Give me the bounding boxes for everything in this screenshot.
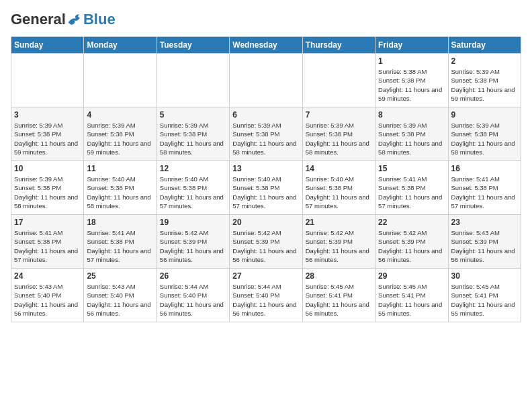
calendar-cell: 11Sunrise: 5:40 AM Sunset: 5:38 PM Dayli… (84, 161, 157, 215)
calendar-cell (11, 54, 84, 107)
weekday-header: Tuesday (157, 37, 229, 54)
calendar-cell (157, 54, 229, 107)
calendar-cell: 12Sunrise: 5:40 AM Sunset: 5:38 PM Dayli… (157, 161, 229, 215)
day-number: 21 (306, 218, 372, 227)
day-number: 22 (378, 218, 445, 227)
weekday-header: Saturday (448, 37, 521, 54)
logo-bird-icon (67, 13, 83, 26)
day-number: 3 (14, 110, 81, 120)
day-number: 12 (160, 164, 226, 173)
calendar-cell: 13Sunrise: 5:40 AM Sunset: 5:38 PM Dayli… (230, 161, 302, 215)
day-number: 18 (87, 218, 153, 227)
day-info: Sunrise: 5:40 AM Sunset: 5:38 PM Dayligh… (306, 175, 372, 210)
day-info: Sunrise: 5:40 AM Sunset: 5:38 PM Dayligh… (232, 175, 299, 210)
day-number: 13 (232, 164, 299, 173)
calendar-cell: 20Sunrise: 5:42 AM Sunset: 5:39 PM Dayli… (230, 215, 302, 269)
day-info: Sunrise: 5:40 AM Sunset: 5:38 PM Dayligh… (87, 175, 153, 210)
day-number: 8 (378, 110, 445, 120)
day-number: 6 (232, 110, 299, 120)
day-number: 4 (87, 110, 153, 120)
day-number: 7 (306, 110, 372, 120)
calendar-cell: 17Sunrise: 5:41 AM Sunset: 5:38 PM Dayli… (11, 215, 84, 269)
day-number: 26 (160, 271, 226, 281)
day-number: 19 (160, 218, 226, 227)
calendar-cell: 1Sunrise: 5:38 AM Sunset: 5:38 PM Daylig… (375, 54, 448, 107)
day-info: Sunrise: 5:38 AM Sunset: 5:38 PM Dayligh… (378, 67, 445, 103)
day-info: Sunrise: 5:39 AM Sunset: 5:38 PM Dayligh… (378, 121, 445, 156)
day-number: 15 (378, 164, 445, 173)
calendar-cell: 4Sunrise: 5:39 AM Sunset: 5:38 PM Daylig… (84, 107, 157, 161)
day-info: Sunrise: 5:44 AM Sunset: 5:40 PM Dayligh… (160, 282, 226, 318)
day-info: Sunrise: 5:42 AM Sunset: 5:39 PM Dayligh… (160, 228, 226, 264)
day-number: 1 (378, 56, 445, 66)
day-info: Sunrise: 5:42 AM Sunset: 5:39 PM Dayligh… (378, 228, 445, 264)
calendar-cell: 9Sunrise: 5:39 AM Sunset: 5:38 PM Daylig… (448, 107, 521, 161)
day-number: 30 (451, 271, 518, 281)
calendar-cell (84, 54, 157, 107)
day-number: 25 (87, 271, 153, 281)
day-info: Sunrise: 5:42 AM Sunset: 5:39 PM Dayligh… (306, 228, 372, 264)
calendar-cell: 26Sunrise: 5:44 AM Sunset: 5:40 PM Dayli… (157, 269, 229, 322)
calendar-cell: 25Sunrise: 5:43 AM Sunset: 5:40 PM Dayli… (84, 269, 157, 322)
day-info: Sunrise: 5:41 AM Sunset: 5:38 PM Dayligh… (14, 228, 81, 264)
calendar-cell: 8Sunrise: 5:39 AM Sunset: 5:38 PM Daylig… (375, 107, 448, 161)
day-info: Sunrise: 5:40 AM Sunset: 5:38 PM Dayligh… (160, 175, 226, 210)
calendar-cell: 2Sunrise: 5:39 AM Sunset: 5:38 PM Daylig… (448, 54, 521, 107)
day-number: 10 (14, 164, 81, 173)
day-info: Sunrise: 5:42 AM Sunset: 5:39 PM Dayligh… (232, 228, 299, 264)
day-number: 5 (160, 110, 226, 120)
calendar-cell (230, 54, 302, 107)
day-number: 28 (306, 271, 372, 281)
calendar-cell: 30Sunrise: 5:45 AM Sunset: 5:41 PM Dayli… (448, 269, 521, 322)
day-number: 17 (14, 218, 81, 227)
day-info: Sunrise: 5:43 AM Sunset: 5:40 PM Dayligh… (87, 282, 153, 318)
calendar-cell: 14Sunrise: 5:40 AM Sunset: 5:38 PM Dayli… (302, 161, 375, 215)
day-info: Sunrise: 5:45 AM Sunset: 5:41 PM Dayligh… (378, 282, 445, 318)
calendar-cell: 24Sunrise: 5:43 AM Sunset: 5:40 PM Dayli… (11, 269, 84, 322)
calendar-cell: 21Sunrise: 5:42 AM Sunset: 5:39 PM Dayli… (302, 215, 375, 269)
day-number: 23 (451, 218, 518, 227)
day-info: Sunrise: 5:39 AM Sunset: 5:38 PM Dayligh… (14, 175, 81, 210)
day-info: Sunrise: 5:43 AM Sunset: 5:40 PM Dayligh… (14, 282, 81, 318)
day-info: Sunrise: 5:39 AM Sunset: 5:38 PM Dayligh… (87, 121, 153, 156)
day-info: Sunrise: 5:45 AM Sunset: 5:41 PM Dayligh… (306, 282, 372, 318)
calendar-cell: 23Sunrise: 5:43 AM Sunset: 5:39 PM Dayli… (448, 215, 521, 269)
day-number: 14 (306, 164, 372, 173)
day-info: Sunrise: 5:45 AM Sunset: 5:41 PM Dayligh… (451, 282, 518, 318)
day-number: 16 (451, 164, 518, 173)
day-number: 27 (232, 271, 299, 281)
calendar-cell: 27Sunrise: 5:44 AM Sunset: 5:40 PM Dayli… (230, 269, 302, 322)
day-info: Sunrise: 5:44 AM Sunset: 5:40 PM Dayligh… (232, 282, 299, 318)
weekday-header: Monday (84, 37, 157, 54)
calendar-cell: 18Sunrise: 5:41 AM Sunset: 5:38 PM Dayli… (84, 215, 157, 269)
day-number: 9 (451, 110, 518, 120)
weekday-header: Thursday (302, 37, 375, 54)
day-info: Sunrise: 5:39 AM Sunset: 5:38 PM Dayligh… (306, 121, 372, 156)
day-info: Sunrise: 5:43 AM Sunset: 5:39 PM Dayligh… (451, 228, 518, 264)
day-info: Sunrise: 5:39 AM Sunset: 5:38 PM Dayligh… (232, 121, 299, 156)
calendar-cell: 5Sunrise: 5:39 AM Sunset: 5:38 PM Daylig… (157, 107, 229, 161)
calendar-cell: 6Sunrise: 5:39 AM Sunset: 5:38 PM Daylig… (230, 107, 302, 161)
calendar-cell: 28Sunrise: 5:45 AM Sunset: 5:41 PM Dayli… (302, 269, 375, 322)
day-info: Sunrise: 5:39 AM Sunset: 5:38 PM Dayligh… (160, 121, 226, 156)
weekday-header: Sunday (11, 37, 84, 54)
logo-general-text: General (11, 11, 66, 28)
weekday-header: Wednesday (230, 37, 302, 54)
calendar-cell: 16Sunrise: 5:41 AM Sunset: 5:38 PM Dayli… (448, 161, 521, 215)
page-header: General Blue (11, 11, 521, 28)
day-number: 11 (87, 164, 153, 173)
calendar-cell: 3Sunrise: 5:39 AM Sunset: 5:38 PM Daylig… (11, 107, 84, 161)
calendar-cell: 15Sunrise: 5:41 AM Sunset: 5:38 PM Dayli… (375, 161, 448, 215)
calendar-cell (302, 54, 375, 107)
calendar-cell: 22Sunrise: 5:42 AM Sunset: 5:39 PM Dayli… (375, 215, 448, 269)
logo: General Blue (11, 11, 116, 28)
day-info: Sunrise: 5:41 AM Sunset: 5:38 PM Dayligh… (87, 228, 153, 264)
day-info: Sunrise: 5:41 AM Sunset: 5:38 PM Dayligh… (451, 175, 518, 210)
day-number: 29 (378, 271, 445, 281)
day-info: Sunrise: 5:39 AM Sunset: 5:38 PM Dayligh… (451, 67, 518, 103)
day-number: 24 (14, 271, 81, 281)
logo-blue-text: Blue (83, 11, 116, 28)
day-number: 2 (451, 56, 518, 66)
day-info: Sunrise: 5:39 AM Sunset: 5:38 PM Dayligh… (451, 121, 518, 156)
calendar-cell: 7Sunrise: 5:39 AM Sunset: 5:38 PM Daylig… (302, 107, 375, 161)
